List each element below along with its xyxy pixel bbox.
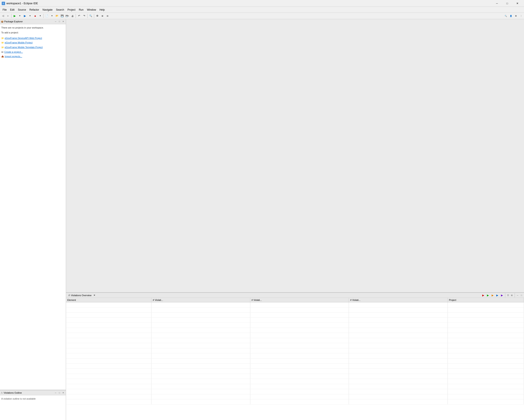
toolbar-search-group: 🔍: [88, 13, 93, 18]
toolbar-debug-dropdown[interactable]: ▼: [27, 13, 33, 18]
package-explorer-panel: 📦 Package Explorer ─ □ ✕ There are no pr…: [0, 19, 66, 390]
menu-navigate[interactable]: Navigate: [41, 7, 54, 13]
project-link-3-container: 📁 eGovFrame Mobile Template Project: [1, 45, 65, 50]
violations-table-head: Element # Violati... # Violati... # Viol…: [66, 298, 524, 302]
violations-run-btn-orange[interactable]: ▶: [490, 294, 495, 297]
package-explorer-minimize[interactable]: ─: [54, 20, 57, 23]
package-explorer-close[interactable]: ✕: [61, 20, 65, 23]
toolbar-back-btn[interactable]: ◁: [0, 13, 6, 18]
violations-outline-maximize[interactable]: □: [58, 391, 61, 395]
violations-run-btn-purple[interactable]: ▶: [500, 294, 504, 297]
table-row: [66, 348, 524, 353]
package-explorer-maximize[interactable]: □: [58, 20, 61, 23]
project-icon-4: 🗂: [1, 50, 3, 54]
toolbar-new-group: 📄 ▼ 📂 💾 💾+ 🖨: [44, 13, 75, 18]
violations-table-container: Element # Violati... # Violati... # Viol…: [66, 298, 524, 420]
menu-run[interactable]: Run: [77, 7, 85, 13]
toolbar-save-all-btn[interactable]: 💾+: [65, 13, 70, 18]
project-links: 📁 eGovFrame DeviceAPI Web Project 📁 eGov…: [1, 36, 65, 59]
project-link-4[interactable]: Create a project...: [4, 50, 23, 54]
toolbar-sep-2: [44, 14, 44, 18]
project-link-1[interactable]: eGovFrame DeviceAPI Web Project: [5, 36, 42, 41]
toolbar-debug-btn[interactable]: ▶: [22, 13, 27, 18]
project-link-1-container: 📁 eGovFrame DeviceAPI Web Project: [1, 36, 65, 41]
violations-outline-close[interactable]: ✕: [61, 391, 65, 395]
window-title: workspace1 - Eclipse IDE: [6, 2, 492, 5]
toolbar-right-btn4[interactable]: ⋮: [518, 13, 524, 18]
left-panel: 📦 Package Explorer ─ □ ✕ There are no pr…: [0, 19, 66, 420]
toolbar-run-btn[interactable]: ▶: [12, 13, 17, 18]
violations-overview-panel-controls: ▶ ▶ ▶ ▶ ▶ ☰ ⊞ ─ □: [481, 293, 523, 297]
column-violations3: # Violati...: [349, 298, 447, 302]
minimize-button[interactable]: ─: [492, 0, 502, 7]
violations-overview-tab-close[interactable]: ✕: [93, 294, 96, 297]
project-link-3[interactable]: eGovFrame Mobile Template Project: [5, 45, 43, 50]
violations-outline-panel: ⚠ Violations Outline ─ □ ✕ A violation o…: [0, 390, 66, 420]
violations-run-btn-green[interactable]: ▶: [486, 294, 490, 297]
menu-refactor[interactable]: Refactor: [28, 7, 41, 13]
maximize-button[interactable]: □: [502, 0, 512, 7]
toolbar-misc-btn1[interactable]: ⚙: [95, 13, 100, 18]
column-violations2: # Violati...: [250, 298, 349, 302]
toolbar-search-btn[interactable]: 🔍: [88, 13, 93, 18]
table-row: [66, 323, 524, 328]
toolbar-right-btn2[interactable]: 👤: [508, 13, 513, 18]
project-link-2[interactable]: eGovFrame Mobile Project: [5, 41, 33, 45]
menu-edit[interactable]: Edit: [8, 7, 16, 13]
toolbar-undo-btn[interactable]: ↶: [77, 13, 82, 18]
violations-maximize-btn[interactable]: □: [520, 294, 523, 297]
violations-overview-panel: ⚠ Violations Overview ✕ ▶ ▶ ▶ ▶ ▶ ☰ ⊞ ─: [66, 292, 524, 420]
table-row: [66, 369, 524, 374]
column-violations1: # Violati...: [151, 298, 250, 302]
package-explorer-content: There are no projects in your workspace.…: [0, 24, 66, 390]
toolbar-new-btn[interactable]: 📄: [44, 13, 49, 18]
violations-list-btn[interactable]: ☰: [506, 294, 510, 297]
violations-outline-icon: ⚠: [1, 392, 3, 394]
overview-sep1: [505, 293, 505, 297]
right-area: ⚠ Violations Overview ✕ ▶ ▶ ▶ ▶ ▶ ☰ ⊞ ─: [66, 19, 524, 420]
violations-grid-btn[interactable]: ⊞: [510, 294, 514, 297]
toolbar-redo-btn[interactable]: ↷: [82, 13, 87, 18]
project-link-5[interactable]: Import projects...: [5, 54, 22, 59]
menu-source[interactable]: Source: [16, 7, 28, 13]
package-explorer-controls: ─ □ ✕: [54, 20, 65, 23]
toolbar-right-btn3[interactable]: ⚙: [513, 13, 518, 18]
toolbar-print-btn[interactable]: 🖨: [70, 13, 75, 18]
toolbar-run-dropdown[interactable]: ▼: [17, 13, 22, 18]
toolbar-right-group: 🔍 👤 ⚙ ⋮: [503, 13, 524, 18]
toolbar-new-dropdown[interactable]: ▼: [49, 13, 54, 18]
toolbar-stop-btn[interactable]: ■: [33, 13, 38, 18]
toolbar-right-btn1[interactable]: 🔍: [503, 13, 508, 18]
window-controls: ─ □ ✕: [492, 0, 522, 7]
table-row: [66, 374, 524, 379]
project-icon-5: 📥: [1, 55, 4, 58]
violations-run-btn-blue[interactable]: ▶: [495, 294, 499, 297]
table-row: [66, 312, 524, 318]
menu-window[interactable]: Window: [85, 7, 98, 13]
table-row: [66, 318, 524, 323]
menu-search[interactable]: Search: [54, 7, 66, 13]
toolbar-misc-btn2[interactable]: ⊞: [100, 13, 105, 18]
violations-minimize-btn[interactable]: ─: [516, 294, 519, 297]
menu-file[interactable]: File: [1, 7, 8, 13]
violations-outline-minimize[interactable]: ─: [54, 391, 57, 395]
toolbar-save-btn[interactable]: 💾: [60, 13, 65, 18]
toolbar-run-group: ▶ ▼ ▶ ▼ ■ ▼: [12, 13, 43, 18]
table-row: [66, 328, 524, 333]
toolbar-forward-btn[interactable]: ▷: [6, 13, 11, 18]
toolbar-nav-group: ◁ ▷: [0, 13, 11, 18]
toolbar-misc-group: ⚙ ⊞ ⊟: [95, 13, 110, 18]
toolbar-open-btn[interactable]: 📂: [54, 13, 60, 18]
menu-bar: File Edit Source Refactor Navigate Searc…: [0, 7, 524, 13]
menu-project[interactable]: Project: [66, 7, 77, 13]
project-link-4-container: 🗂 Create a project...: [1, 50, 65, 54]
violations-table-body: [66, 302, 524, 404]
menu-help[interactable]: Help: [98, 7, 106, 13]
toolbar-misc-btn3[interactable]: ⊟: [105, 13, 110, 18]
project-icon-3: 📁: [1, 46, 4, 49]
violations-overview-tab[interactable]: ⚠ Violations Overview ✕: [67, 294, 97, 297]
toolbar-undo-group: ↶ ↷: [77, 13, 87, 18]
toolbar-stop-dropdown[interactable]: ▼: [38, 13, 43, 18]
violations-run-btn-red[interactable]: ▶: [481, 294, 485, 297]
close-button[interactable]: ✕: [513, 0, 522, 7]
